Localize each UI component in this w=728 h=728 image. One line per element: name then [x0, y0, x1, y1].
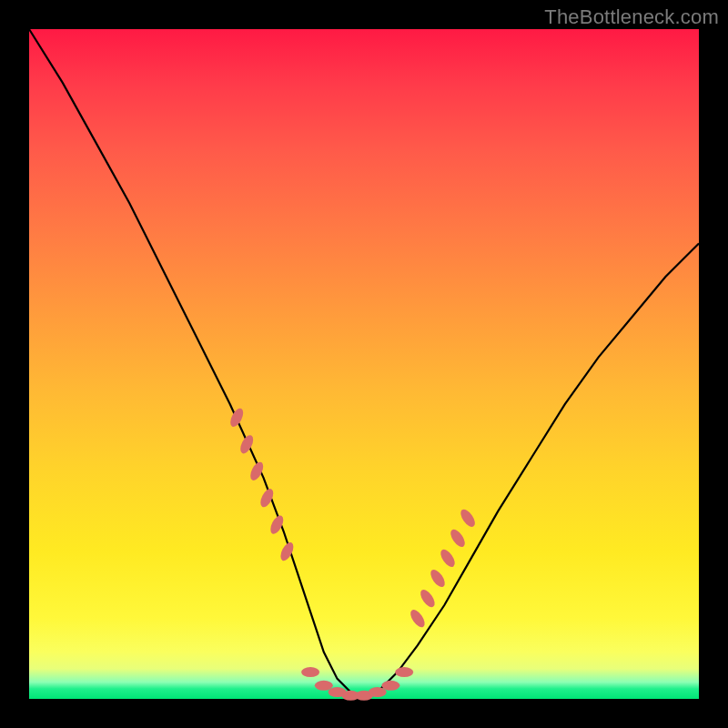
- curve-marker: [438, 547, 458, 569]
- curve-marker: [428, 567, 448, 589]
- curve-marker: [418, 587, 438, 609]
- curve-marker: [381, 681, 399, 691]
- curve-marker: [448, 527, 468, 549]
- curve-marker: [458, 507, 478, 529]
- curve-marker: [395, 667, 413, 677]
- curve-marker: [228, 407, 246, 430]
- plot-area: [29, 29, 699, 699]
- markers-right-arm: [408, 507, 478, 630]
- watermark-text: TheBottleneck.com: [544, 5, 719, 29]
- curve-marker: [238, 433, 256, 456]
- curve-marker: [408, 608, 428, 630]
- bottleneck-curve: [29, 29, 699, 699]
- chart-frame: TheBottleneck.com: [0, 0, 728, 728]
- curve-marker: [315, 681, 333, 691]
- curve-svg: [29, 29, 699, 699]
- markers-valley: [301, 667, 413, 701]
- curve-marker: [301, 667, 319, 677]
